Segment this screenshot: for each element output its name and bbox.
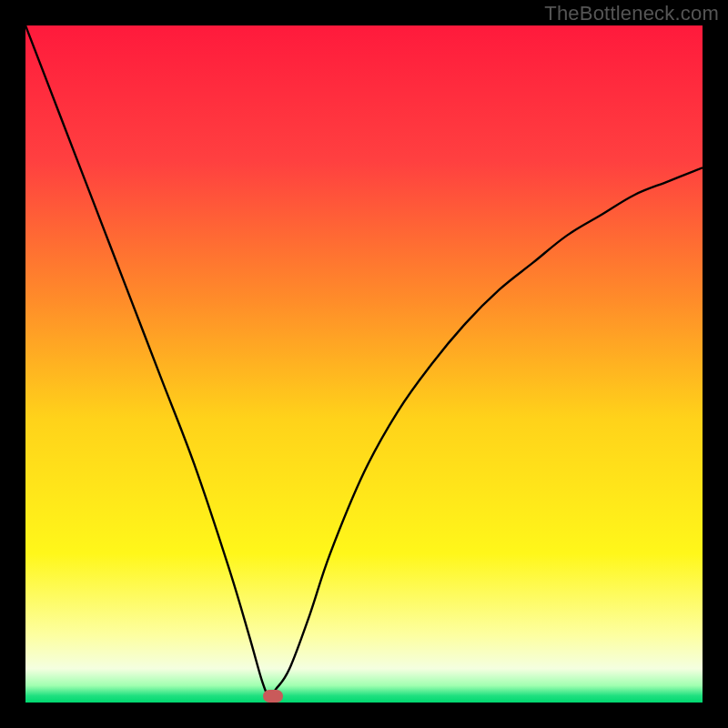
optimal-marker bbox=[263, 690, 283, 703]
plot-area bbox=[25, 25, 703, 703]
bottleneck-curve bbox=[25, 25, 703, 703]
curve-path bbox=[25, 25, 703, 696]
watermark-text: TheBottleneck.com bbox=[544, 2, 719, 25]
chart-frame: TheBottleneck.com bbox=[0, 0, 728, 728]
